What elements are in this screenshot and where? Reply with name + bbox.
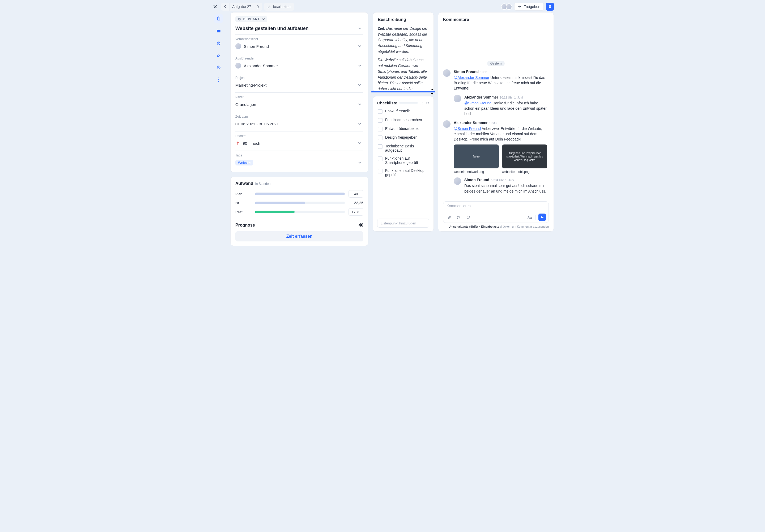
unlock-icon [548, 5, 552, 9]
lock-button[interactable] [546, 3, 554, 11]
folder-icon [216, 28, 221, 33]
collapse-title-button[interactable] [356, 25, 364, 32]
sidebar-item-task[interactable] [214, 14, 223, 23]
checklist-item[interactable]: Feedback besprochen [377, 117, 429, 124]
checkbox[interactable] [378, 109, 382, 114]
responsible-value[interactable]: Simon Freund [235, 43, 269, 49]
checkbox[interactable] [378, 169, 382, 174]
comment-textarea[interactable]: Kommentieren [443, 202, 548, 212]
checkbox[interactable] [378, 157, 382, 161]
attachment-filename: webseite-entwurf.png [454, 170, 499, 174]
checkbox[interactable] [378, 136, 382, 140]
status-label: GEPLANT [243, 17, 260, 21]
comment-author: Alexander Sommer [464, 95, 498, 99]
sidebar-item-history[interactable] [214, 63, 223, 72]
comment-body: @Alexander Sommer Unter diesem Link find… [454, 75, 549, 91]
attachment[interactable]: factrowebseite-entwurf.png [454, 145, 499, 174]
sidebar-item-files[interactable] [214, 27, 223, 35]
resize-line[interactable] [371, 91, 435, 92]
smile-icon [466, 216, 470, 219]
effort-title: Aufwand in Stunden [235, 181, 364, 186]
chevron-down-icon [358, 123, 361, 125]
checklist-item-label: Funktionen auf Desktop geprüft [385, 168, 429, 177]
checklist-item[interactable]: Entwurf erstellt [377, 108, 429, 115]
project-value[interactable]: Marketing-Projekt [235, 83, 267, 87]
format-button[interactable]: Aa [526, 214, 533, 221]
executor-dropdown[interactable] [356, 62, 364, 69]
prognosis-value: 40 [359, 223, 364, 228]
close-button[interactable] [211, 3, 219, 11]
topbar: Aufgabe 27 bearbeiten Freigeben [208, 0, 557, 12]
svg-point-4 [467, 216, 470, 219]
status-chip[interactable]: GEPLANT [235, 16, 267, 22]
executor-value[interactable]: Alexander Sommer [235, 63, 278, 69]
ist-bar [255, 202, 345, 204]
checklist-count-icon [420, 101, 424, 105]
ist-label: Ist [235, 201, 251, 205]
comment: Simon Freund10:11@Alexander Sommer Unter… [443, 69, 549, 91]
task-title: Website gestalten und aufbauen [235, 26, 309, 31]
status-dot-icon [238, 18, 241, 20]
priority-dropdown[interactable] [356, 140, 364, 147]
next-task-button[interactable] [254, 3, 262, 11]
checklist-item-label: Entwurf erstellt [385, 109, 410, 113]
resize-handle-icon[interactable] [430, 88, 434, 95]
mention[interactable]: @Simon Freund [454, 127, 481, 131]
checklist-add-input[interactable] [377, 219, 429, 228]
checkbox[interactable] [378, 127, 382, 132]
checklist-item[interactable]: Entwurf überarbeitet [377, 125, 429, 133]
mention[interactable]: @Alexander Sommer [454, 75, 489, 80]
period-dropdown[interactable] [356, 120, 364, 128]
checkbox[interactable] [378, 144, 382, 149]
checklist-item[interactable]: Funktionen auf Desktop geprüft [377, 167, 429, 178]
edit-mode-chip[interactable]: bearbeiten [264, 3, 294, 11]
description-card: Beschreibung Ziel: Das neue der Design d… [373, 12, 434, 92]
period-value[interactable]: 01.06.2021 - 30.06.2021 [235, 122, 279, 126]
priority-value[interactable]: 90 – hoch [235, 141, 260, 146]
track-time-button[interactable]: Zeit erfassen [235, 231, 364, 242]
sidebar-item-time[interactable] [214, 39, 223, 47]
checklist-item-label: Funktionen auf Smartphone geprüft [385, 156, 429, 165]
prev-task-button[interactable] [221, 3, 229, 11]
tag-chip[interactable]: Website [235, 160, 253, 166]
day-separator: Gestern [487, 61, 505, 66]
share-button[interactable]: Freigeben [514, 3, 544, 11]
checklist-item[interactable]: Technische Basis aufgebaut [377, 143, 429, 154]
chevron-left-icon [224, 5, 227, 8]
tags-dropdown[interactable] [356, 159, 364, 166]
avatar [235, 43, 241, 49]
responsible-dropdown[interactable] [356, 43, 364, 50]
project-dropdown[interactable] [356, 81, 364, 89]
checklist-count: 0/7 [420, 101, 429, 105]
description-para-1: Ziel: Das neue der Design der Website ge… [378, 26, 429, 54]
package-value[interactable]: Grundlagen [235, 102, 256, 107]
avatar [506, 3, 512, 10]
checklist-item-label: Feedback besprochen [385, 118, 422, 122]
checklist-title: Checkliste [377, 101, 397, 105]
plan-bar [255, 193, 345, 195]
comment-time: 10:11 [480, 70, 488, 74]
comments-card: Kommentare Gestern Simon Freund10:11@Ale… [438, 12, 554, 232]
attachment-row: factrowebseite-entwurf.pngAufgaben und P… [454, 145, 549, 174]
mention-button[interactable]: @ [455, 214, 462, 221]
mention[interactable]: @Simon Freund [464, 101, 491, 105]
breadcrumb-task[interactable]: Aufgabe 27 [229, 3, 254, 11]
tags-value[interactable]: Website [235, 160, 253, 166]
description-title: Beschreibung [378, 17, 429, 22]
checklist-item[interactable]: Design freigegeben [377, 134, 429, 141]
sidebar-item-more[interactable]: ⋯ [214, 75, 223, 84]
emoji-button[interactable] [465, 214, 471, 221]
rest-bar [255, 211, 345, 213]
comment-input[interactable]: Kommentieren @ Aa [443, 201, 549, 223]
field-label-responsible: Verantwortlicher [235, 37, 364, 41]
package-dropdown[interactable] [356, 101, 364, 108]
sidebar-item-links[interactable] [214, 51, 223, 60]
send-icon [540, 216, 544, 219]
checklist-item[interactable]: Funktionen auf Smartphone geprüft [377, 155, 429, 166]
plan-value-input[interactable]: 40 [349, 190, 364, 198]
attachment[interactable]: Aufgaben und Projekte klar strukturiert.… [502, 145, 547, 174]
rest-value-input[interactable]: 17,75 [349, 208, 364, 216]
attach-button[interactable] [446, 214, 452, 221]
checkbox[interactable] [378, 118, 382, 123]
send-button[interactable] [538, 214, 546, 221]
